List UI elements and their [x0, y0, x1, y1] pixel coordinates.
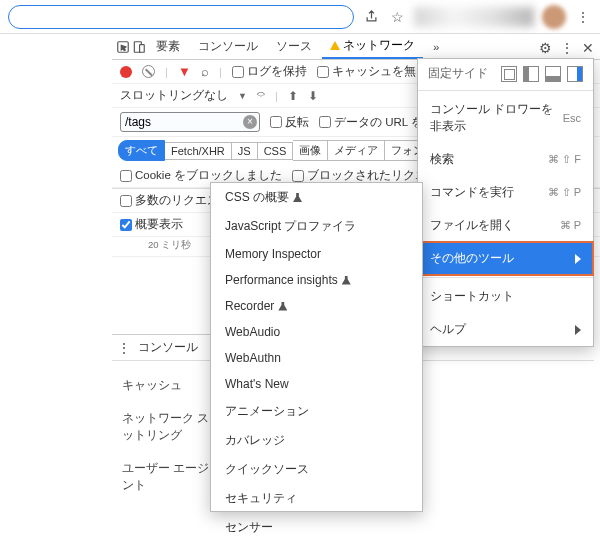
tool-js-profiler[interactable]: JavaScript プロファイラ [211, 212, 422, 241]
separator [418, 277, 593, 278]
dock-side-row: 固定サイド [418, 59, 593, 88]
menu-hide-drawer[interactable]: コンソール ドロワーを非表示Esc [418, 93, 593, 143]
tab-elements[interactable]: 要素 [148, 35, 188, 58]
tab-console[interactable]: コンソール [190, 35, 266, 58]
tab-sources[interactable]: ソース [268, 35, 320, 58]
record-button[interactable] [120, 66, 132, 78]
menu-run-command-label: コマンドを実行 [430, 184, 514, 201]
drawer-kebab-icon[interactable]: ⋮ [118, 341, 130, 355]
inspect-icon[interactable] [116, 40, 130, 54]
invert-label: 反転 [285, 116, 309, 128]
flask-icon [278, 302, 287, 311]
flask-icon [342, 276, 351, 285]
tool-css-overview[interactable]: CSS の概要 [211, 183, 422, 212]
devtools-right-controls: ⚙ ⋮ ✕ [539, 36, 594, 60]
flask-icon [293, 193, 302, 202]
tool-webaudio[interactable]: WebAudio [211, 319, 422, 345]
menu-open-file-kb: ⌘ P [560, 219, 581, 232]
dock-right-icon[interactable] [567, 66, 583, 82]
invert-checkbox[interactable]: 反転 [270, 115, 309, 130]
chevron-down-icon[interactable]: ▼ [238, 91, 247, 101]
menu-shortcuts[interactable]: ショートカット [418, 280, 593, 313]
tab-network[interactable]: ネットワーク [322, 34, 423, 59]
tool-whats-new[interactable]: What's New [211, 371, 422, 397]
menu-more-tools-label: その他のツール [430, 250, 514, 267]
filter-css[interactable]: CSS [258, 142, 294, 160]
settings-gear-icon[interactable]: ⚙ [539, 40, 552, 56]
item-label: CSS の概要 [225, 189, 289, 206]
blocked-cookies-label: Cookie をブロックしました [135, 169, 282, 181]
filter-fetchxhr[interactable]: Fetch/XHR [165, 142, 232, 160]
menu-search-kb: ⌘ ⇧ F [548, 153, 581, 166]
tool-perf-insights[interactable]: Performance insights [211, 267, 422, 293]
profile-avatar[interactable] [542, 5, 566, 29]
settings-dropdown: 固定サイド コンソール ドロワーを非表示Esc 検索⌘ ⇧ F コマンドを実行⌘… [417, 58, 594, 347]
search-icon[interactable]: ⌕ [201, 64, 209, 79]
tool-sensors[interactable]: センサー [211, 513, 422, 542]
dock-bottom-icon[interactable] [545, 66, 561, 82]
menu-help-label: ヘルプ [430, 321, 466, 338]
disable-cache-checkbox[interactable]: キャッシュを無 [317, 64, 416, 79]
overview-label: 概要表示 [135, 218, 183, 230]
device-toggle-icon[interactable] [132, 40, 146, 54]
timeline-tick: 20 ミリ秒 [148, 239, 191, 250]
filter-all[interactable]: すべて [118, 140, 165, 161]
filter-media[interactable]: メディア [328, 140, 385, 161]
devtools-tabbar: 要素 コンソール ソース ネットワーク » [112, 34, 600, 60]
blocked-cookies-checkbox[interactable]: Cookie をブロックしました [120, 168, 282, 183]
tool-memory-inspector[interactable]: Memory Inspector [211, 241, 422, 267]
overview-checkbox[interactable]: 概要表示 [120, 217, 183, 232]
preserve-log-label: ログを保持 [247, 65, 307, 77]
menu-open-file[interactable]: ファイルを開く⌘ P [418, 209, 593, 242]
clear-button[interactable] [142, 65, 155, 78]
dock-label: 固定サイド [428, 65, 488, 82]
disable-cache-label: キャッシュを無 [332, 65, 416, 77]
browser-toolbar: ☆ ⋮ [0, 0, 600, 34]
tool-animation[interactable]: アニメーション [211, 397, 422, 426]
filter-js[interactable]: JS [232, 142, 258, 160]
filter-img[interactable]: 画像 [293, 140, 328, 161]
menu-search[interactable]: 検索⌘ ⇧ F [418, 143, 593, 176]
url-field[interactable] [8, 5, 354, 29]
tool-quick-source[interactable]: クイックソース [211, 455, 422, 484]
dock-undock-icon[interactable] [501, 66, 517, 82]
bookmark-star-icon[interactable]: ☆ [388, 8, 406, 26]
close-devtools-icon[interactable]: ✕ [582, 40, 594, 56]
kebab-icon[interactable]: ⋮ [560, 40, 574, 56]
tab-network-label: ネットワーク [343, 38, 415, 53]
menu-help[interactable]: ヘルプ [418, 313, 593, 346]
item-label: Performance insights [225, 273, 338, 287]
menu-hide-drawer-label: コンソール ドロワーを非表示 [430, 101, 563, 135]
clear-filter-icon[interactable]: × [243, 115, 257, 129]
tool-security[interactable]: セキュリティ [211, 484, 422, 513]
filter-input[interactable] [120, 112, 260, 132]
hide-dataurls-label: データの URL を [334, 116, 423, 128]
share-icon[interactable] [362, 8, 380, 26]
menu-open-file-label: ファイルを開く [430, 217, 514, 234]
wifi-icon[interactable]: ⌔ [257, 88, 265, 103]
menu-more-tools[interactable]: その他のツール [418, 242, 593, 275]
menu-shortcuts-label: ショートカット [430, 288, 514, 305]
tool-webauthn[interactable]: WebAuthn [211, 345, 422, 371]
drawer-tab-console[interactable]: コンソール [138, 339, 198, 356]
download-har-icon[interactable]: ⬇ [308, 89, 318, 103]
tool-dev-resources[interactable]: デベロッパー向けリソース [211, 542, 422, 550]
extension-area [414, 7, 534, 27]
hide-dataurls-checkbox[interactable]: データの URL を [319, 115, 423, 130]
chevron-right-icon [575, 254, 581, 264]
more-tools-submenu: CSS の概要 JavaScript プロファイラ Memory Inspect… [210, 182, 423, 512]
tabs-overflow-icon[interactable]: » [425, 37, 447, 57]
menu-run-command[interactable]: コマンドを実行⌘ ⇧ P [418, 176, 593, 209]
tool-recorder[interactable]: Recorder [211, 293, 422, 319]
chevron-right-icon [575, 325, 581, 335]
filter-input-wrap: × [120, 112, 260, 132]
dock-left-icon[interactable] [523, 66, 539, 82]
tool-coverage[interactable]: カバレッジ [211, 426, 422, 455]
throttling-select[interactable]: スロットリングなし [120, 88, 228, 103]
menu-search-label: 検索 [430, 151, 454, 168]
item-label: Recorder [225, 299, 274, 313]
preserve-log-checkbox[interactable]: ログを保持 [232, 64, 307, 79]
kebab-menu-icon[interactable]: ⋮ [574, 8, 592, 26]
filter-toggle-icon[interactable]: ▼ [178, 64, 191, 79]
upload-har-icon[interactable]: ⬆ [288, 89, 298, 103]
